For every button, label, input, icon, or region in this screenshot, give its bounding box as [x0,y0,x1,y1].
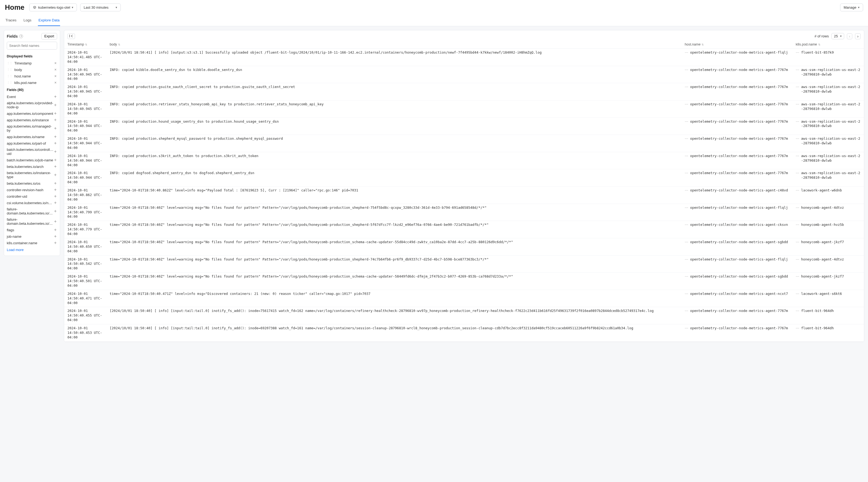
row-menu-icon[interactable]: ⋯ [796,171,800,176]
table-row[interactable]: 2024-10-01 14:50:41.485 UTC-04:00[2024/1… [64,49,864,66]
prev-page-button[interactable]: ‹ [847,33,852,39]
available-field[interactable]: job-name+ [7,233,57,240]
add-field-icon[interactable]: + [54,241,57,245]
remove-field-icon[interactable]: × [54,67,57,72]
table-row[interactable]: 2024-10-01 14:50:40.542 UTC-04:00time="2… [64,255,864,273]
dataset-selector[interactable]: kubernetes-logs-otel ▾ [29,3,77,11]
add-field-icon[interactable]: + [54,118,57,122]
row-menu-icon[interactable]: ⋯ [685,309,688,313]
row-menu-icon[interactable]: ⋯ [796,50,800,55]
table-row[interactable]: 2024-10-01 14:50:40.944 UTC-04:00INFO: c… [64,152,864,170]
add-field-icon[interactable]: + [54,164,57,169]
table-row[interactable]: 2024-10-01 14:50:40.471 UTC-04:00time="2… [64,290,864,307]
manage-button[interactable]: Manage ▾ [840,3,863,11]
drag-handle-icon[interactable]: ⋮⋮ [7,81,12,85]
next-page-button[interactable]: › [855,33,861,39]
row-menu-icon[interactable]: ⋯ [685,154,688,158]
search-input[interactable] [7,42,57,50]
row-menu-icon[interactable]: ⋯ [796,240,800,244]
row-menu-icon[interactable]: ⋯ [796,119,800,124]
available-field[interactable]: controller-uid+ [7,193,57,200]
available-field[interactable]: batch.kubernetes.io/job-name+ [7,157,57,163]
row-menu-icon[interactable]: ⋯ [685,68,688,72]
row-menu-icon[interactable]: ⋯ [796,137,800,141]
available-field[interactable]: batch.kubernetes.io/controller-uid+ [7,147,57,157]
add-field-icon[interactable]: + [54,173,57,177]
export-button[interactable]: Export [41,33,57,39]
available-field[interactable]: failure-domain.beta.kubernetes.io/zone+ [7,216,57,227]
available-field[interactable]: alpha.kubernetes.io/provided-node-ip+ [7,100,57,110]
remove-field-icon[interactable]: × [54,74,57,78]
row-menu-icon[interactable]: ⋯ [796,206,800,210]
available-field[interactable]: beta.kubernetes.io/os+ [7,180,57,187]
add-field-icon[interactable]: + [54,228,57,232]
row-menu-icon[interactable]: ⋯ [685,206,688,210]
add-field-icon[interactable]: + [54,194,57,199]
available-field[interactable]: app.kubernetes.io/instance+ [7,117,57,123]
available-field[interactable]: beta.kubernetes.io/instance-type+ [7,170,57,180]
add-field-icon[interactable]: + [54,181,57,185]
row-menu-icon[interactable]: ⋯ [796,326,800,331]
available-field[interactable]: k8s.container.name+ [7,240,57,246]
column-host[interactable]: host.name⇅ [685,42,796,46]
add-field-icon[interactable]: + [54,158,57,162]
available-field[interactable]: Event+ [7,93,57,100]
row-menu-icon[interactable]: ⋯ [685,50,688,55]
row-menu-icon[interactable]: ⋯ [685,85,688,89]
table-row[interactable]: 2024-10-01 14:50:40.862 UTC-04:00time="2… [64,187,864,204]
row-menu-icon[interactable]: ⋯ [685,222,688,227]
add-field-icon[interactable]: + [54,111,57,116]
drag-handle-icon[interactable]: ⋮⋮ [7,68,12,71]
row-menu-icon[interactable]: ⋯ [685,171,688,176]
timerange-selector[interactable]: Last 30 minutes ▾ [80,3,121,11]
add-field-icon[interactable]: + [54,201,57,205]
remove-field-icon[interactable]: × [54,81,57,85]
column-body[interactable]: body⇅ [110,42,679,46]
available-field[interactable]: csi.volume.kubernetes.io/nodeid+ [7,200,57,206]
table-row[interactable]: 2024-10-01 14:50:40.453 UTC-04:00[2024/1… [64,324,864,342]
row-menu-icon[interactable]: ⋯ [796,188,800,193]
tab-logs[interactable]: Logs [23,15,32,26]
available-field[interactable]: app.kubernetes.io/managed-by+ [7,123,57,133]
available-field[interactable]: controller-revision-hash+ [7,187,57,193]
displayed-field[interactable]: ⋮⋮body× [7,66,57,73]
add-field-icon[interactable]: + [54,141,57,145]
add-field-icon[interactable]: + [54,103,57,107]
add-field-icon[interactable]: + [54,134,57,139]
tab-traces[interactable]: Traces [5,15,17,26]
row-menu-icon[interactable]: ⋯ [685,326,688,331]
tab-explore-data[interactable]: Explore Data [38,15,60,26]
add-field-icon[interactable]: + [54,234,57,239]
table-row[interactable]: 2024-10-01 14:50:40.650 UTC-04:00time="2… [64,238,864,255]
available-field[interactable]: beta.kubernetes.io/arch+ [7,163,57,170]
add-field-icon[interactable]: + [54,219,57,224]
table-row[interactable]: 2024-10-01 14:50:40.945 UTC-04:00INFO: c… [64,66,864,83]
column-timestamp[interactable]: Timestamp⇅ [66,42,110,46]
available-field[interactable]: app.kubernetes.io/name+ [7,133,57,140]
drag-handle-icon[interactable]: ⋮⋮ [7,74,12,78]
row-menu-icon[interactable]: ⋯ [685,274,688,279]
displayed-field[interactable]: ⋮⋮k8s.pod.name× [7,79,57,86]
row-menu-icon[interactable]: ⋯ [796,68,800,72]
table-row[interactable]: 2024-10-01 14:50:40.944 UTC-04:00INFO: c… [64,118,864,135]
row-menu-icon[interactable]: ⋯ [685,240,688,244]
row-menu-icon[interactable]: ⋯ [796,222,800,227]
row-menu-icon[interactable]: ⋯ [796,292,800,296]
table-row[interactable]: 2024-10-01 14:50:40.945 UTC-04:00INFO: c… [64,100,864,118]
add-field-icon[interactable]: + [54,94,57,99]
table-row[interactable]: 2024-10-01 14:50:40.945 UTC-04:00INFO: c… [64,83,864,100]
remove-field-icon[interactable]: × [54,61,57,65]
row-menu-icon[interactable]: ⋯ [796,154,800,158]
collapse-sidebar-button[interactable] [67,34,75,39]
row-menu-icon[interactable]: ⋯ [685,137,688,141]
table-row[interactable]: 2024-10-01 14:50:40.455 UTC-04:00[2024/1… [64,307,864,324]
rows-select[interactable]: 25 ▾ [832,33,844,39]
available-field[interactable]: app.kubernetes.io/part-of+ [7,140,57,147]
displayed-field[interactable]: ⋮⋮Timestamp× [7,60,57,66]
table-row[interactable]: 2024-10-01 14:50:40.944 UTC-04:00INFO: c… [64,169,864,187]
row-menu-icon[interactable]: ⋯ [796,85,800,89]
row-menu-icon[interactable]: ⋯ [685,257,688,262]
row-menu-icon[interactable]: ⋯ [685,292,688,296]
table-row[interactable]: 2024-10-01 14:50:40.501 UTC-04:00time="2… [64,273,864,290]
table-row[interactable]: 2024-10-01 14:50:40.944 UTC-04:00INFO: c… [64,135,864,152]
